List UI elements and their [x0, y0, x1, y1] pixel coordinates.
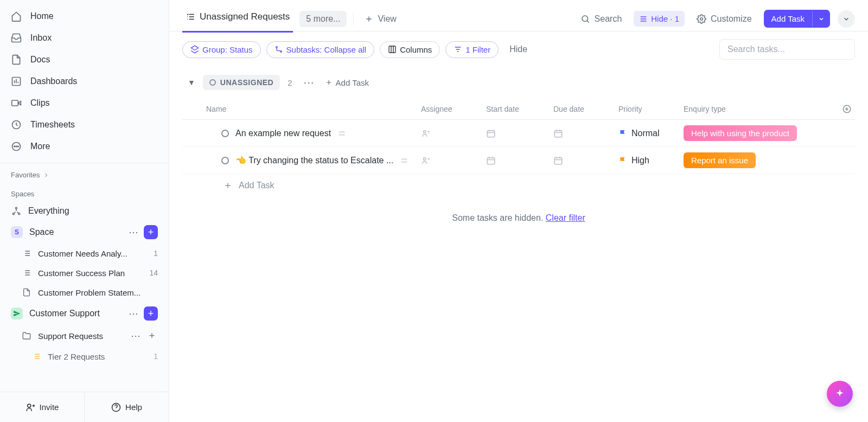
filter-pill[interactable]: 1 Filter [445, 41, 499, 58]
col-due[interactable]: Due date [553, 105, 618, 113]
subitem-more-icon[interactable]: ⋯ [127, 330, 144, 342]
space-item[interactable]: SSpace⋯+ [0, 221, 169, 244]
svg-point-6 [18, 146, 19, 147]
date-icon[interactable] [486, 129, 553, 138]
col-assignee[interactable]: Assignee [421, 105, 486, 113]
expand-icon[interactable] [337, 129, 346, 138]
nav-label: Timesheets [30, 120, 75, 130]
view-label: View [378, 14, 396, 24]
sparkle-icon [834, 388, 845, 399]
spaces-label: Spaces [11, 190, 34, 198]
columns-pill[interactable]: Columns [380, 41, 440, 58]
sidebar-subitem[interactable]: Customer Problem Statem... [0, 283, 169, 302]
enquiry-tag[interactable]: Report an issue [684, 152, 756, 168]
nav-docs[interactable]: Docs [0, 49, 169, 71]
nav-inbox[interactable]: Inbox [0, 27, 169, 49]
subitem-count: 1 [154, 249, 158, 258]
date-icon[interactable] [486, 156, 553, 165]
hide-button[interactable]: Hide [504, 44, 533, 54]
space-more-icon[interactable]: ⋯ [125, 308, 142, 319]
nav-timesheets[interactable]: Timesheets [0, 114, 169, 136]
col-name[interactable]: Name [182, 105, 421, 113]
timesheets-icon [11, 119, 22, 130]
help-icon [111, 402, 121, 412]
subitem-count: 1 [154, 352, 158, 361]
nav-home[interactable]: Home [0, 5, 169, 27]
task-title: An example new request [235, 129, 331, 138]
home-icon [11, 11, 22, 22]
status-label: UNASSIGNED [220, 78, 273, 87]
plus-icon [325, 79, 333, 86]
overflow-button[interactable] [838, 10, 855, 28]
invite-button[interactable]: Invite [0, 392, 85, 422]
support-space-item[interactable]: Customer Support⋯+ [0, 302, 169, 325]
help-button[interactable]: Help [85, 392, 169, 422]
inbox-icon [11, 33, 22, 43]
customize-button[interactable]: Customize [692, 11, 756, 27]
subitem-add-button[interactable]: + [146, 330, 158, 342]
nav-clips[interactable]: Clips [0, 92, 169, 114]
nav-more[interactable]: More [0, 136, 169, 157]
enquiry-tag[interactable]: Help with using the product [684, 125, 797, 141]
customize-label: Customize [711, 14, 752, 24]
assign-icon[interactable] [421, 156, 486, 165]
add-view-button[interactable]: View [360, 11, 400, 27]
fab-button[interactable] [827, 381, 853, 407]
nav-label: Docs [30, 55, 50, 65]
dashboard-icon [11, 76, 22, 87]
group-more-icon[interactable]: ⋯ [300, 76, 317, 89]
flag-icon[interactable] [618, 129, 627, 138]
status-pill[interactable]: UNASSIGNED [203, 75, 280, 90]
add-task-button[interactable]: Add Task [764, 10, 830, 28]
group-add-task[interactable]: Add Task [325, 78, 369, 87]
clear-filter-link[interactable]: Clear filter [546, 213, 585, 222]
docs-icon [11, 54, 22, 65]
nav-dashboards[interactable]: Dashboards [0, 71, 169, 92]
plus-icon [224, 181, 232, 190]
search-tasks-input[interactable] [719, 39, 855, 60]
status-circle-icon[interactable] [221, 130, 229, 137]
assign-icon[interactable] [421, 129, 486, 138]
space-label: Customer Support [29, 309, 100, 318]
everything-item[interactable]: Everything [0, 201, 169, 221]
sidebar-subitem-lv2[interactable]: Tier 2 Requests1 [0, 347, 169, 366]
status-circle-icon[interactable] [221, 157, 229, 164]
date-icon[interactable] [553, 156, 618, 165]
hide-chip[interactable]: Hide · 1 [634, 11, 685, 27]
svg-point-4 [14, 146, 15, 147]
svg-rect-22 [487, 157, 495, 164]
space-add-button[interactable]: + [144, 225, 158, 239]
main-content: Unassigned Requests 5 more... View Searc… [169, 0, 868, 422]
table-row[interactable]: 👈 Try changing the status to Escalate ..… [182, 147, 855, 174]
sidebar-subitem[interactable]: Customer Needs Analy...1 [0, 244, 169, 263]
tab-unassigned-requests[interactable]: Unassigned Requests [182, 6, 293, 33]
svg-point-7 [16, 207, 17, 209]
add-column-button[interactable] [839, 104, 855, 114]
group-pill[interactable]: Group: Status [182, 41, 261, 58]
space-more-icon[interactable]: ⋯ [125, 226, 142, 238]
search-button[interactable]: Search [576, 11, 627, 27]
col-enquiry[interactable]: Enquiry type [684, 105, 839, 113]
col-priority[interactable]: Priority [618, 105, 684, 113]
add-task-row[interactable]: Add Task [182, 174, 855, 197]
more-tabs-chip[interactable]: 5 more... [299, 11, 347, 27]
add-task-dropdown[interactable] [812, 11, 830, 27]
folder-icon [22, 331, 31, 341]
svg-rect-23 [554, 157, 562, 164]
task-title: 👈 Try changing the status to Escalate ..… [235, 155, 393, 165]
sidebar-subitem[interactable]: Customer Success Plan14 [0, 263, 169, 283]
sidebar: Home Inbox Docs Dashboards Clips Timeshe… [0, 0, 169, 422]
expand-icon[interactable] [400, 156, 409, 165]
gear-icon [697, 14, 706, 24]
favorites-section[interactable]: Favorites [0, 163, 169, 182]
sidebar-subitem[interactable]: Support Requests⋯+ [0, 325, 169, 347]
subtasks-pill[interactable]: Subtasks: Collapse all [266, 41, 375, 58]
space-add-button[interactable]: + [144, 306, 158, 321]
table-row[interactable]: An example new request Normal Help with … [182, 120, 855, 147]
col-start[interactable]: Start date [486, 105, 553, 113]
flag-icon[interactable] [618, 156, 627, 165]
subitem-count: 14 [149, 268, 158, 277]
collapse-toggle[interactable]: ▼ [188, 78, 195, 87]
date-icon[interactable] [553, 129, 618, 138]
svg-point-13 [700, 17, 703, 20]
